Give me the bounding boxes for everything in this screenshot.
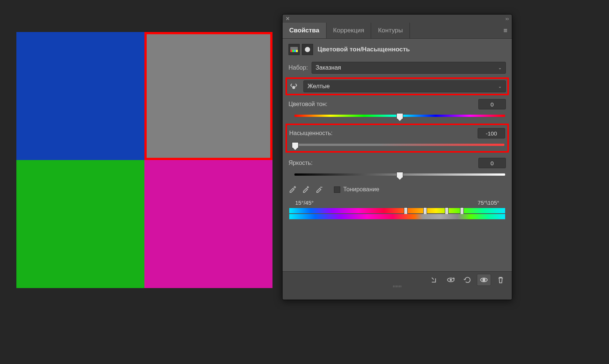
- saturation-label: Насыщенность:: [289, 130, 333, 137]
- lightness-value-input[interactable]: 0: [478, 158, 506, 168]
- hue-row: Цветовой тон: 0: [288, 99, 506, 109]
- reset-icon[interactable]: [460, 274, 474, 285]
- swatch-gray-desaturated: [144, 32, 272, 160]
- scrubby-hand-icon[interactable]: [288, 81, 299, 92]
- eyedropper-row: Тонирование: [288, 185, 506, 194]
- view-previous-icon[interactable]: [444, 274, 457, 285]
- panel-topbar: ✕ ››: [283, 15, 512, 23]
- swatch-blue: [16, 32, 144, 160]
- svg-rect-1: [290, 50, 292, 52]
- panel-menu-icon[interactable]: ≡: [499, 27, 512, 35]
- eyedropper-icon[interactable]: [288, 185, 298, 194]
- eyedropper-plus-icon[interactable]: [302, 185, 312, 194]
- svg-point-6: [292, 86, 295, 89]
- lightness-slider[interactable]: [294, 170, 505, 179]
- panel-content: Цветовой тон/Насыщенность Набор: Заказна…: [283, 39, 512, 288]
- preset-row: Набор: Заказная ⌄: [288, 62, 506, 74]
- panel-tabs: Свойства Коррекция Контуры ≡: [283, 23, 512, 39]
- range-marker[interactable]: [460, 207, 464, 215]
- range-marker[interactable]: [445, 207, 449, 215]
- range-left: 15°/45°: [295, 199, 314, 206]
- lightness-thumb[interactable]: [396, 172, 403, 178]
- tab-contours[interactable]: Контуры: [371, 23, 410, 38]
- preset-value: Заказная: [316, 64, 341, 71]
- hue-slider[interactable]: [294, 112, 505, 120]
- visibility-icon[interactable]: [477, 274, 491, 286]
- adjustment-title: Цветовой тон/Насыщенность: [318, 46, 410, 53]
- lightness-row: Яркость: 0: [288, 158, 506, 168]
- panel-footer: [283, 271, 512, 288]
- rainbow-full: [289, 208, 505, 213]
- range-marker[interactable]: [404, 207, 408, 215]
- saturation-row: Насыщенность: -100: [289, 128, 505, 138]
- eyedropper-minus-icon[interactable]: [315, 185, 325, 194]
- saturation-track: [295, 144, 504, 146]
- channel-value: Желтые: [307, 83, 330, 90]
- channel-row: Желтые ⌄: [287, 79, 507, 94]
- channel-dropdown[interactable]: Желтые ⌄: [303, 80, 506, 92]
- hue-thumb[interactable]: [396, 113, 403, 119]
- adjustment-header: Цветовой тон/Насыщенность: [288, 44, 506, 55]
- saturation-block: Насыщенность: -100: [286, 124, 509, 153]
- color-range-strip-bottom: [289, 214, 505, 219]
- canvas-preview: [16, 32, 272, 288]
- tab-correction[interactable]: Коррекция: [326, 23, 372, 38]
- colorize-label: Тонирование: [343, 186, 379, 193]
- saturation-slider[interactable]: [295, 141, 504, 149]
- range-right: 75°\105°: [478, 199, 499, 206]
- color-range-strip-top[interactable]: [289, 208, 505, 213]
- svg-point-10: [483, 279, 485, 281]
- svg-point-8: [450, 279, 452, 281]
- chevron-down-icon: ⌄: [498, 84, 502, 89]
- tab-properties[interactable]: Свойства: [283, 23, 326, 38]
- preset-dropdown[interactable]: Заказная ⌄: [312, 62, 506, 74]
- lightness-label: Яркость:: [288, 160, 313, 166]
- svg-rect-0: [290, 47, 298, 50]
- hue-sat-adjustment-icon: [288, 44, 300, 55]
- hue-label: Цветовой тон:: [288, 101, 328, 108]
- svg-point-5: [305, 47, 310, 52]
- colorize-checkbox[interactable]: Тонирование: [334, 186, 379, 193]
- svg-rect-4: [296, 50, 298, 52]
- close-icon[interactable]: ✕: [286, 16, 290, 22]
- saturation-thumb[interactable]: [292, 142, 299, 148]
- properties-panel: ✕ ›› Свойства Коррекция Контуры ≡ Цветов…: [282, 14, 512, 300]
- swatch-green: [16, 160, 144, 288]
- collapse-icon[interactable]: ››: [506, 16, 509, 22]
- preset-label: Набор:: [288, 64, 308, 71]
- swatch-magenta: [144, 160, 272, 288]
- svg-rect-3: [294, 50, 296, 52]
- color-range-labels: 15°/45° 75°\105°: [288, 199, 506, 206]
- rainbow-adjusted: [289, 214, 505, 219]
- svg-rect-2: [292, 50, 294, 52]
- chevron-down-icon: ⌄: [498, 65, 502, 70]
- panel-grip[interactable]: [390, 285, 405, 287]
- range-marker[interactable]: [423, 207, 427, 215]
- checkbox-box: [334, 186, 340, 193]
- clip-to-layer-icon[interactable]: [428, 274, 441, 285]
- saturation-value-input[interactable]: -100: [478, 128, 505, 138]
- hue-value-input[interactable]: 0: [478, 99, 506, 109]
- trash-icon[interactable]: [494, 274, 507, 285]
- mask-icon: [302, 44, 313, 55]
